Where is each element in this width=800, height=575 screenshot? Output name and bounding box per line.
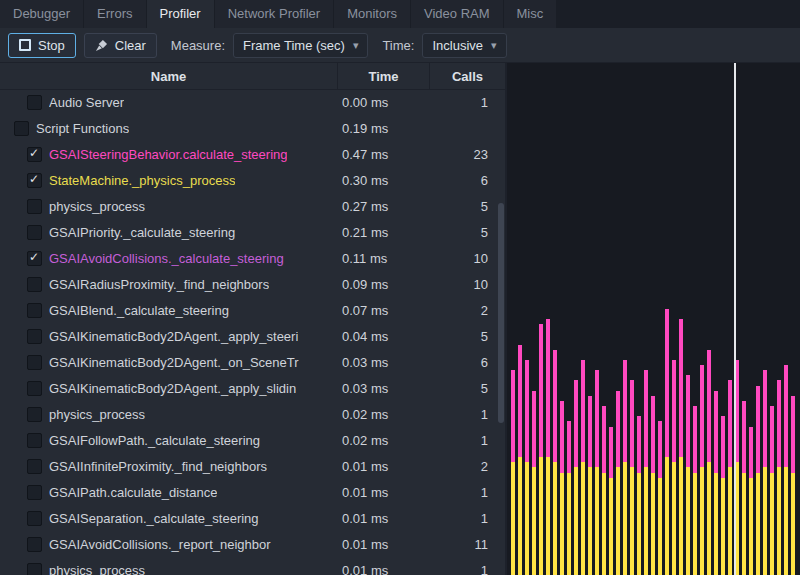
stop-button[interactable]: Stop (8, 33, 76, 58)
row-time-value: 0.03 ms (337, 381, 429, 396)
chevron-down-icon: ▾ (353, 39, 359, 52)
row-name-cell: GSAIKinematicBody2DAgent._apply_slidin (0, 381, 337, 396)
table-row[interactable]: GSAIFollowPath._calculate_steering0.02 m… (0, 427, 505, 453)
row-name-cell: StateMachine._physics_process (0, 173, 337, 188)
scrollbar-thumb[interactable] (498, 203, 504, 423)
tab-debugger[interactable]: Debugger (0, 0, 83, 28)
row-checkbox[interactable] (27, 303, 42, 318)
table-row[interactable]: Audio Server0.00 ms1 (0, 89, 505, 115)
row-checkbox[interactable] (27, 329, 42, 344)
graph-bar-yellow (777, 467, 781, 575)
row-checkbox[interactable] (27, 563, 42, 575)
row-name-cell: GSAIBlend._calculate_steering (0, 303, 337, 318)
table-row[interactable]: GSAISeparation._calculate_steering0.01 m… (0, 505, 505, 531)
graph-bar-yellow (588, 467, 592, 575)
row-checkbox[interactable] (27, 147, 42, 162)
row-checkbox[interactable] (27, 381, 42, 396)
graph-bar-yellow (616, 467, 620, 575)
tree-rows: Audio Server0.00 ms1Script Functions0.19… (0, 89, 505, 575)
graph-bar-yellow (567, 473, 571, 575)
time-dropdown[interactable]: Inclusive ▾ (422, 33, 506, 58)
table-row[interactable]: GSAIAvoidCollisions._report_neighbor0.01… (0, 531, 505, 557)
table-row[interactable]: GSAIAvoidCollisions._calculate_steering0… (0, 245, 505, 271)
table-row[interactable]: GSAIKinematicBody2DAgent._apply_slidin0.… (0, 375, 505, 401)
clear-button[interactable]: Clear (84, 33, 157, 58)
row-calls-value: 1 (429, 563, 505, 575)
table-row[interactable]: Script Functions0.19 ms (0, 115, 505, 141)
row-name-cell: GSAISteeringBehavior.calculate_steering (0, 147, 337, 162)
measure-dropdown[interactable]: Frame Time (sec) ▾ (233, 33, 368, 58)
graph-bar-yellow (686, 467, 690, 575)
table-row[interactable]: physics_process0.01 ms1 (0, 557, 505, 575)
row-name-label: StateMachine._physics_process (49, 173, 235, 188)
table-row[interactable]: GSAIPath.calculate_distance0.01 ms1 (0, 479, 505, 505)
tab-misc[interactable]: Misc (504, 0, 557, 28)
table-row[interactable]: GSAISteeringBehavior.calculate_steering0… (0, 141, 505, 167)
row-time-value: 0.02 ms (337, 433, 429, 448)
row-time-value: 0.01 ms (337, 485, 429, 500)
table-row[interactable]: GSAIInfiniteProximity._find_neighbors0.0… (0, 453, 505, 479)
stop-button-label: Stop (38, 38, 65, 53)
row-checkbox[interactable] (27, 173, 42, 188)
row-checkbox[interactable] (27, 277, 42, 292)
graph-bar-yellow (665, 457, 669, 575)
row-checkbox[interactable] (27, 355, 42, 370)
row-checkbox[interactable] (14, 121, 29, 136)
row-time-value: 0.19 ms (337, 121, 429, 136)
row-calls-value: 5 (429, 381, 505, 396)
profiler-content: Name Time Calls Audio Server0.00 ms1Scri… (0, 63, 800, 575)
table-row[interactable]: StateMachine._physics_process0.30 ms6 (0, 167, 505, 193)
time-label: Time: (382, 38, 414, 53)
row-time-value: 0.47 ms (337, 147, 429, 162)
row-checkbox[interactable] (27, 433, 42, 448)
column-header-calls[interactable]: Calls (429, 63, 505, 89)
row-checkbox[interactable] (27, 251, 42, 266)
measure-label: Measure: (171, 38, 225, 53)
graph-bar-yellow (679, 457, 683, 575)
graph-bar-yellow (553, 462, 557, 575)
tab-errors[interactable]: Errors (84, 0, 145, 28)
table-row[interactable]: GSAIKinematicBody2DAgent._apply_steeri0.… (0, 323, 505, 349)
row-time-value: 0.01 ms (337, 511, 429, 526)
frame-graph[interactable] (505, 63, 800, 575)
column-header-name[interactable]: Name (0, 63, 337, 89)
table-row[interactable]: physics_process0.02 ms1 (0, 401, 505, 427)
row-checkbox[interactable] (27, 459, 42, 474)
row-calls-value: 6 (429, 355, 505, 370)
graph-bar-yellow (742, 473, 746, 575)
table-row[interactable]: GSAIBlend._calculate_steering0.07 ms2 (0, 297, 505, 323)
graph-bar-yellow (637, 473, 641, 575)
tab-profiler[interactable]: Profiler (147, 0, 214, 28)
table-row[interactable]: GSAIRadiusProximity._find_neighbors0.09 … (0, 271, 505, 297)
row-calls-value: 6 (429, 173, 505, 188)
row-time-value: 0.01 ms (337, 537, 429, 552)
row-calls-value: 1 (429, 407, 505, 422)
row-checkbox[interactable] (27, 485, 42, 500)
row-checkbox[interactable] (27, 199, 42, 214)
row-checkbox[interactable] (27, 537, 42, 552)
table-row[interactable]: physics_process0.27 ms5 (0, 193, 505, 219)
row-name-cell: GSAIFollowPath._calculate_steering (0, 433, 337, 448)
row-name-label: GSAIBlend._calculate_steering (49, 303, 229, 318)
row-checkbox[interactable] (27, 225, 42, 240)
table-row[interactable]: GSAIKinematicBody2DAgent._on_SceneTr0.03… (0, 349, 505, 375)
row-name-cell: GSAIRadiusProximity._find_neighbors (0, 277, 337, 292)
row-checkbox[interactable] (27, 511, 42, 526)
tab-monitors[interactable]: Monitors (334, 0, 410, 28)
tab-video-ram[interactable]: Video RAM (411, 0, 503, 28)
row-calls-value: 10 (429, 251, 505, 266)
row-calls-value: 1 (429, 485, 505, 500)
column-header-time[interactable]: Time (337, 63, 429, 89)
graph-bar-yellow (756, 473, 760, 575)
time-dropdown-value: Inclusive (432, 38, 483, 53)
row-time-value: 0.01 ms (337, 563, 429, 575)
row-calls-value: 1 (429, 433, 505, 448)
row-checkbox[interactable] (27, 407, 42, 422)
tab-bar: DebuggerErrorsProfilerNetwork ProfilerMo… (0, 0, 800, 28)
table-row[interactable]: GSAIPriority._calculate_steering0.21 ms5 (0, 219, 505, 245)
row-calls-value: 5 (429, 225, 505, 240)
row-name-label: GSAIKinematicBody2DAgent._apply_slidin (49, 381, 296, 396)
row-name-cell: GSAIPath.calculate_distance (0, 485, 337, 500)
tab-network-profiler[interactable]: Network Profiler (215, 0, 333, 28)
row-checkbox[interactable] (27, 95, 42, 110)
